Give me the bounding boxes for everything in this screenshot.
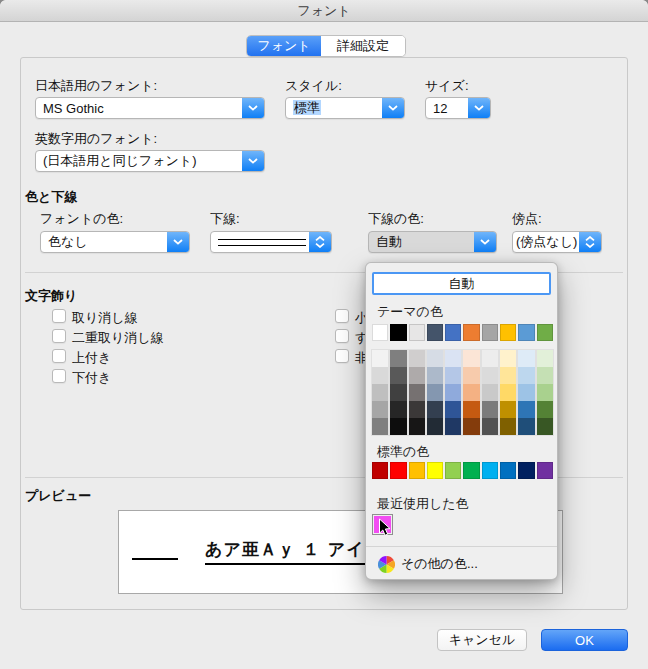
color-swatch[interactable] (463, 350, 479, 367)
color-swatch[interactable] (463, 384, 479, 401)
chevron-down-icon[interactable] (167, 232, 189, 252)
color-swatch[interactable] (427, 324, 443, 341)
stepper-updown-icon[interactable] (309, 232, 331, 252)
color-swatch[interactable] (445, 384, 461, 401)
underline-style-popup[interactable] (210, 231, 332, 253)
color-swatch[interactable] (409, 401, 425, 418)
color-swatch[interactable] (482, 418, 498, 435)
color-swatch[interactable] (537, 350, 553, 367)
color-swatch[interactable] (409, 418, 425, 435)
color-swatch[interactable] (537, 367, 553, 384)
en-font-value[interactable]: (日本語用と同じフォント) (36, 152, 242, 170)
color-swatch[interactable] (372, 324, 388, 341)
color-swatch[interactable] (372, 350, 388, 367)
color-swatch[interactable] (537, 462, 553, 479)
color-swatch[interactable] (409, 384, 425, 401)
color-swatch[interactable] (445, 462, 461, 479)
stepper-updown-icon[interactable] (579, 232, 601, 252)
color-swatch[interactable] (390, 401, 406, 418)
color-swatch[interactable] (390, 324, 406, 341)
color-swatch[interactable] (537, 401, 553, 418)
color-swatch[interactable] (427, 367, 443, 384)
color-swatch[interactable] (427, 418, 443, 435)
color-swatch[interactable] (427, 462, 443, 479)
color-swatch[interactable] (463, 462, 479, 479)
color-swatch[interactable] (518, 418, 534, 435)
more-colors-item[interactable]: その他の色... (378, 553, 478, 575)
color-swatch[interactable] (372, 367, 388, 384)
color-swatch[interactable] (427, 401, 443, 418)
color-swatch[interactable] (537, 384, 553, 401)
color-swatch[interactable] (518, 401, 534, 418)
color-swatch[interactable] (372, 384, 388, 401)
superscript-checkbox[interactable] (52, 349, 66, 363)
color-swatch[interactable] (445, 350, 461, 367)
chevron-down-icon[interactable] (382, 98, 404, 118)
color-swatch[interactable] (390, 367, 406, 384)
automatic-color-button[interactable]: 自動 (372, 272, 551, 295)
style-combo[interactable]: 標準 (285, 97, 405, 119)
color-swatch[interactable] (500, 462, 516, 479)
color-swatch[interactable] (500, 350, 516, 367)
double-strikethrough-checkbox[interactable] (52, 329, 66, 343)
color-swatch[interactable] (482, 367, 498, 384)
cancel-button[interactable]: キャンセル (437, 629, 527, 651)
chevron-down-icon[interactable] (242, 98, 264, 118)
underline-color-value[interactable]: 自動 (369, 233, 474, 251)
all-caps-checkbox[interactable] (335, 329, 349, 343)
size-value[interactable]: 12 (426, 101, 468, 116)
color-swatch[interactable] (390, 418, 406, 435)
color-swatch[interactable] (390, 350, 406, 367)
chevron-down-icon[interactable] (474, 232, 496, 252)
jp-font-combo[interactable]: MS Gothic (35, 97, 265, 119)
en-font-combo[interactable]: (日本語用と同じフォント) (35, 150, 265, 172)
color-swatch[interactable] (482, 324, 498, 341)
color-swatch[interactable] (463, 324, 479, 341)
color-swatch[interactable] (518, 384, 534, 401)
color-swatch[interactable] (463, 401, 479, 418)
font-color-value[interactable]: 色なし (41, 233, 167, 251)
color-swatch[interactable] (500, 384, 516, 401)
tab-advanced[interactable]: 詳細設定 (321, 36, 405, 56)
color-swatch[interactable] (463, 367, 479, 384)
underline-color-combo[interactable]: 自動 (368, 231, 497, 253)
color-swatch[interactable] (518, 324, 534, 341)
size-combo[interactable]: 12 (425, 97, 491, 119)
emphasis-popup[interactable]: (傍点なし) (512, 231, 602, 253)
color-swatch[interactable] (518, 367, 534, 384)
color-swatch[interactable] (500, 324, 516, 341)
color-swatch[interactable] (518, 350, 534, 367)
hidden-checkbox[interactable] (335, 349, 349, 363)
chevron-down-icon[interactable] (242, 151, 264, 171)
color-swatch[interactable] (372, 418, 388, 435)
color-swatch[interactable] (372, 462, 388, 479)
color-swatch[interactable] (445, 401, 461, 418)
color-swatch[interactable] (445, 367, 461, 384)
color-swatch[interactable] (500, 401, 516, 418)
subscript-checkbox[interactable] (52, 369, 66, 383)
color-swatch[interactable] (482, 462, 498, 479)
color-swatch[interactable] (409, 367, 425, 384)
color-swatch[interactable] (390, 462, 406, 479)
color-swatch[interactable] (500, 367, 516, 384)
color-swatch[interactable] (409, 462, 425, 479)
color-swatch[interactable] (409, 350, 425, 367)
style-value[interactable]: 標準 (286, 99, 382, 117)
color-swatch[interactable] (537, 418, 553, 435)
color-swatch[interactable] (482, 401, 498, 418)
color-swatch[interactable] (537, 324, 553, 341)
ok-button[interactable]: OK (541, 629, 628, 651)
color-swatch[interactable] (482, 350, 498, 367)
color-swatch[interactable] (390, 384, 406, 401)
small-caps-checkbox[interactable] (335, 309, 349, 323)
color-swatch[interactable] (482, 384, 498, 401)
color-swatch[interactable] (409, 324, 425, 341)
chevron-down-icon[interactable] (468, 98, 490, 118)
color-swatch[interactable] (463, 418, 479, 435)
color-swatch[interactable] (500, 418, 516, 435)
strikethrough-checkbox[interactable] (52, 309, 66, 323)
color-swatch[interactable] (427, 350, 443, 367)
jp-font-value[interactable]: MS Gothic (36, 101, 242, 116)
color-swatch[interactable] (518, 462, 534, 479)
color-swatch[interactable] (372, 401, 388, 418)
